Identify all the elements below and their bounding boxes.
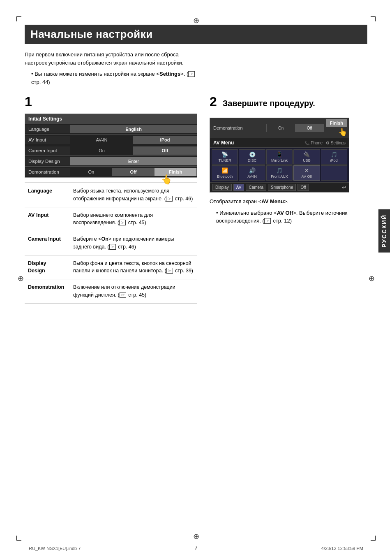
right-column: 2 Завершите процедуру. Demonstration On …	[210, 94, 367, 304]
desc-term-display: DisplayDesign	[25, 255, 70, 279]
desc-text-demonstration: Включение или отключение демонстрации фу…	[70, 279, 197, 304]
demo-on-btn[interactable]: On	[70, 168, 113, 176]
settings-row-camera: Camera Input On Off	[25, 145, 197, 156]
av-item-avin[interactable]: 🔊 AV-IN	[239, 165, 265, 181]
desc-term-demonstration: Demonstration	[25, 279, 70, 304]
demo-row-off[interactable]: Off	[295, 124, 324, 132]
av-screen-mockup: Demonstration On Off Finish 👆 AV Menu 📞 …	[210, 118, 349, 193]
usb-label: USB	[303, 158, 311, 162]
desc-term-avinput: AV Input	[25, 207, 70, 231]
settings-label-demo: Demonstration	[25, 168, 70, 176]
desc-row-language: Language Выбор языка текста, используемо…	[25, 183, 197, 207]
av-bottom-camera[interactable]: Camera	[246, 184, 266, 191]
avoff-icon: ✕	[304, 167, 309, 174]
desc-term-language: Language	[25, 183, 70, 207]
settings-label-display: Display Design	[25, 157, 70, 165]
settings-values-demo: On Off Finish	[70, 168, 197, 176]
bluetooth-icon: 📶	[221, 167, 228, 174]
demo-row-label: Demonstration	[210, 124, 266, 132]
camera-on-btn[interactable]: On	[70, 146, 134, 155]
avinput-ipod-btn[interactable]: iPod	[134, 136, 197, 144]
av-item-mirrorlink[interactable]: 📱 MirrorLink	[266, 149, 293, 165]
av-item-avoff[interactable]: ✕ AV Off	[293, 165, 320, 181]
avinput-avin-btn[interactable]: AV-IN	[70, 136, 134, 144]
intro-text: При первом включении питания устройства …	[25, 51, 197, 67]
intro-bullet: Вы также можете изменить настройки на эк…	[31, 70, 204, 86]
demo-top-row: Demonstration On Off Finish 👆	[210, 118, 349, 138]
avin-label: AV-IN	[247, 174, 257, 179]
settings-values-avinput: AV-IN iPod	[70, 136, 197, 144]
av-menu-title: AV Menu	[213, 140, 234, 146]
demo-row-on[interactable]: On	[266, 124, 295, 132]
settings-icon-label[interactable]: ⚙ Settings	[326, 141, 346, 145]
ipod-label: iPod	[330, 158, 338, 162]
disc-label: DISC	[248, 158, 257, 162]
desc-row-display: DisplayDesign Выбор фона и цвета текста,…	[25, 255, 197, 279]
av-item-disc[interactable]: 💿 DISC	[239, 149, 265, 165]
av-item-bluetooth[interactable]: 📶 Bluetooth	[212, 165, 238, 181]
settings-row-avinput: AV Input AV-IN iPod	[25, 135, 197, 145]
page-title: Начальные настройки	[25, 25, 367, 44]
corner-mark-br	[371, 536, 376, 541]
avoff-label: AV Off	[302, 174, 312, 179]
usb-icon: 🔌	[303, 151, 310, 158]
settings-values-display: Enter	[70, 157, 197, 165]
crosshair-bottom: ⊕	[192, 532, 200, 541]
desc-term-camera: Camera Input	[25, 231, 70, 255]
main-content: Начальные настройки При первом включении…	[25, 25, 367, 532]
page: ⊕ ⊕ ⊕ ⊕ Начальные настройки При первом в…	[0, 0, 392, 557]
settings-label-camera: Camera Input	[25, 146, 70, 155]
settings-label-language: Language	[25, 125, 70, 133]
mirrorlink-icon: 📱	[276, 151, 283, 158]
bluetooth-label: Bluetooth	[217, 174, 233, 179]
crosshair-left: ⊕	[16, 274, 25, 283]
av-bottom-av[interactable]: AV	[233, 184, 244, 191]
step2-note: Отобразится экран <AV Menu>.	[210, 197, 367, 206]
back-icon[interactable]: ↩	[342, 184, 346, 190]
desc-text-avinput: Выбор внешнего компонента для воспроизве…	[70, 207, 197, 231]
tuner-label: TUNER	[219, 158, 231, 162]
desc-row-demonstration: Demonstration Включение или отключение д…	[25, 279, 197, 304]
left-column: 1 Initial Settings Language English AV I…	[25, 94, 197, 304]
demo-off-btn[interactable]: Off	[113, 168, 155, 176]
mirrorlink-label: MirrorLink	[271, 158, 288, 162]
av-grid: 📡 TUNER 💿 DISC 📱 MirrorLink 🔌	[210, 148, 349, 182]
two-column-layout: 1 Initial Settings Language English AV I…	[25, 94, 367, 304]
desc-row-avinput: AV Input Выбор внешнего компонента для в…	[25, 207, 197, 231]
frontaux-icon: 🎵	[276, 167, 283, 174]
demo-row-finish[interactable]: Finish	[326, 119, 347, 127]
camera-off-btn[interactable]: Off	[134, 146, 197, 155]
demo-finish-btn[interactable]: Finish	[154, 168, 197, 176]
av-item-empty	[321, 165, 347, 181]
phone-icon-label[interactable]: 📞 Phone	[304, 141, 323, 145]
step2-bullet: Изначально выбрано <AV Off>. Выберите ис…	[216, 209, 367, 225]
settings-values-camera: On Off	[70, 146, 197, 155]
desc-text-display: Выбор фона и цвета текста, кнопок на сен…	[70, 255, 197, 279]
settings-row-language: Language English	[25, 124, 197, 135]
settings-label-avinput: AV Input	[25, 136, 70, 144]
disc-icon: 💿	[249, 151, 256, 158]
frontaux-label: Front AUX	[271, 174, 288, 179]
corner-mark-tr	[371, 16, 376, 21]
settings-ui-mockup: Initial Settings Language English AV Inp…	[25, 114, 197, 178]
crosshair-top: ⊕	[192, 16, 200, 25]
display-enter-btn[interactable]: Enter	[70, 157, 197, 165]
av-bottom-smartphone[interactable]: Smartphone	[268, 184, 296, 191]
corner-mark-tl	[16, 16, 21, 21]
av-item-usb[interactable]: 🔌 USB	[293, 149, 320, 165]
step2-title: Завершите процедуру.	[223, 99, 315, 108]
settings-row-display: Display Design Enter	[25, 156, 197, 167]
desc-row-camera: Camera Input Выберите <On> при подключен…	[25, 231, 197, 255]
av-item-ipod[interactable]: 🎵 iPod	[321, 149, 347, 165]
av-bottom-off[interactable]: Off	[297, 184, 309, 191]
av-item-frontaux[interactable]: 🎵 Front AUX	[266, 165, 293, 181]
crosshair-right: ⊕	[367, 274, 376, 283]
language-sidebar-label: РУССКИЙ	[378, 209, 390, 253]
description-table: Language Выбор языка текста, используемо…	[25, 183, 197, 304]
language-english-btn[interactable]: English	[70, 125, 197, 133]
av-bottom-display[interactable]: Display	[212, 184, 232, 191]
avin-icon: 🔊	[249, 167, 256, 174]
av-item-tuner[interactable]: 📡 TUNER	[212, 149, 238, 165]
settings-values-language: English	[70, 125, 197, 133]
step2-number: 2	[210, 94, 217, 109]
